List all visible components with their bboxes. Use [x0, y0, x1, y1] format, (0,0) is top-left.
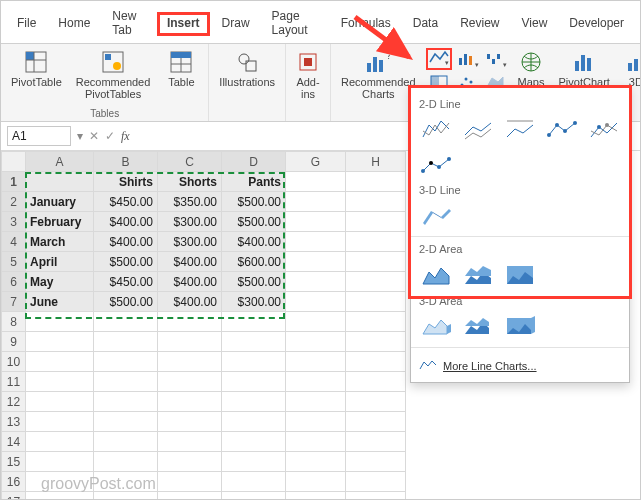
cell[interactable] — [158, 492, 222, 501]
cell[interactable] — [346, 372, 406, 392]
pivotchart-button[interactable]: PivotChart — [555, 48, 614, 90]
row-header[interactable]: 6 — [2, 272, 26, 292]
cell[interactable] — [26, 312, 94, 332]
cell[interactable]: Pants — [222, 172, 286, 192]
tab-pagelayout[interactable]: Page Layout — [262, 5, 329, 43]
cell[interactable] — [286, 352, 346, 372]
cell[interactable]: $400.00 — [94, 212, 158, 232]
cell[interactable]: $300.00 — [222, 292, 286, 312]
cell[interactable]: $400.00 — [94, 232, 158, 252]
tab-review[interactable]: Review — [450, 12, 509, 36]
cell[interactable] — [26, 432, 94, 452]
pivottable-button[interactable]: PivotTable — [7, 48, 66, 90]
cell[interactable] — [94, 312, 158, 332]
cell[interactable] — [286, 392, 346, 412]
tab-newtab[interactable]: New Tab — [102, 5, 155, 43]
cell[interactable] — [222, 332, 286, 352]
tab-home[interactable]: Home — [48, 12, 100, 36]
cell[interactable]: $300.00 — [158, 212, 222, 232]
cell[interactable] — [346, 172, 406, 192]
col-header-G[interactable]: G — [286, 152, 346, 172]
cell[interactable] — [222, 312, 286, 332]
cell[interactable] — [158, 312, 222, 332]
cell[interactable]: $400.00 — [222, 232, 286, 252]
cell[interactable] — [346, 232, 406, 252]
cell[interactable]: Shorts — [158, 172, 222, 192]
cell[interactable] — [158, 472, 222, 492]
chart-3d-line[interactable] — [419, 200, 453, 230]
chart-3d-stacked-area[interactable] — [461, 311, 495, 341]
cell[interactable] — [94, 452, 158, 472]
cell[interactable] — [158, 432, 222, 452]
cell[interactable] — [158, 332, 222, 352]
cell[interactable] — [286, 212, 346, 232]
cell[interactable] — [222, 412, 286, 432]
cell[interactable] — [286, 272, 346, 292]
tab-draw[interactable]: Draw — [212, 12, 260, 36]
cell[interactable] — [158, 452, 222, 472]
col-header-A[interactable]: A — [26, 152, 94, 172]
cell[interactable] — [158, 372, 222, 392]
cell[interactable] — [346, 472, 406, 492]
cell[interactable]: $600.00 — [222, 252, 286, 272]
cell[interactable]: $500.00 — [222, 212, 286, 232]
cell[interactable] — [346, 332, 406, 352]
chart-2d-stacked-line[interactable] — [461, 114, 495, 144]
cell[interactable] — [286, 332, 346, 352]
cell[interactable]: $400.00 — [158, 252, 222, 272]
row-header[interactable]: 12 — [2, 392, 26, 412]
enter-icon[interactable]: ✓ — [105, 129, 115, 143]
cell[interactable] — [346, 492, 406, 501]
row-header[interactable]: 8 — [2, 312, 26, 332]
insert-column-chart-button[interactable]: ▾ — [454, 48, 480, 70]
row-header[interactable]: 16 — [2, 472, 26, 492]
row-header[interactable]: 3 — [2, 212, 26, 232]
chart-2d-100stacked-line-markers[interactable] — [419, 148, 453, 178]
fx-icon[interactable]: fx — [121, 129, 130, 144]
cell[interactable] — [26, 452, 94, 472]
chart-2d-stacked-area[interactable] — [461, 259, 495, 289]
cell[interactable] — [346, 452, 406, 472]
name-box[interactable]: A1 — [7, 126, 71, 146]
row-header[interactable]: 7 — [2, 292, 26, 312]
cell[interactable] — [346, 192, 406, 212]
tab-insert[interactable]: Insert — [157, 12, 210, 36]
table-button[interactable]: Table — [160, 48, 202, 90]
cell[interactable]: $500.00 — [222, 192, 286, 212]
cell[interactable] — [346, 272, 406, 292]
cell[interactable] — [158, 412, 222, 432]
cell[interactable]: $500.00 — [94, 252, 158, 272]
cell[interactable] — [286, 412, 346, 432]
cell[interactable] — [94, 372, 158, 392]
row-header[interactable]: 4 — [2, 232, 26, 252]
row-header[interactable]: 9 — [2, 332, 26, 352]
grid[interactable]: A B C D G H 1 Shirts Shorts Pants 2 Janu… — [1, 151, 406, 500]
cancel-icon[interactable]: ✕ — [89, 129, 99, 143]
cell[interactable] — [286, 192, 346, 212]
cell[interactable]: February — [26, 212, 94, 232]
cell[interactable]: $500.00 — [94, 292, 158, 312]
cell[interactable] — [222, 432, 286, 452]
tab-data[interactable]: Data — [403, 12, 448, 36]
cell[interactable] — [222, 472, 286, 492]
chart-2d-100stacked-line[interactable] — [503, 114, 537, 144]
cell[interactable] — [158, 392, 222, 412]
illustrations-button[interactable]: Illustrations — [215, 48, 279, 90]
namebox-dropdown-icon[interactable]: ▾ — [77, 129, 83, 143]
row-header[interactable]: 11 — [2, 372, 26, 392]
addins-button[interactable]: Add- ins — [292, 48, 324, 102]
cell[interactable] — [26, 332, 94, 352]
cell[interactable]: $450.00 — [94, 272, 158, 292]
insert-line-chart-button[interactable]: ▾ — [426, 48, 452, 70]
cell[interactable] — [94, 352, 158, 372]
cell[interactable]: June — [26, 292, 94, 312]
col-header-B[interactable]: B — [94, 152, 158, 172]
cell[interactable] — [94, 392, 158, 412]
cell[interactable]: $400.00 — [158, 272, 222, 292]
col-header-D[interactable]: D — [222, 152, 286, 172]
cell[interactable] — [158, 352, 222, 372]
chart-3d-area[interactable] — [419, 311, 453, 341]
cell[interactable] — [26, 392, 94, 412]
cell[interactable] — [286, 172, 346, 192]
chart-2d-100stacked-area[interactable] — [503, 259, 537, 289]
